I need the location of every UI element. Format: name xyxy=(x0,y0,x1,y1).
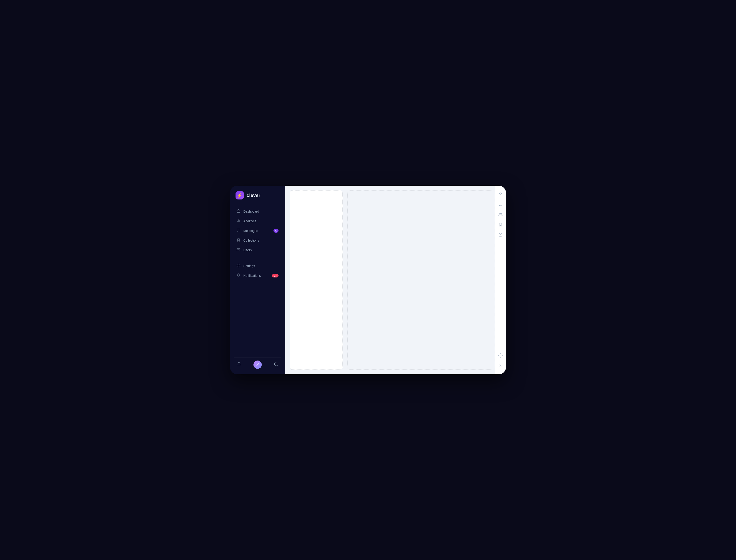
settings-icon xyxy=(237,264,241,268)
device-frame: ⚡ clever Dashboard Analitycs xyxy=(230,186,506,374)
rail-profile-icon[interactable] xyxy=(496,361,505,370)
rail-home-icon[interactable] xyxy=(496,190,505,199)
right-panel xyxy=(347,190,495,370)
svg-line-7 xyxy=(277,365,278,366)
sidebar-item-collections[interactable]: Collections xyxy=(234,236,281,245)
svg-point-10 xyxy=(500,355,501,356)
analytics-icon xyxy=(237,219,241,223)
dashboard-label: Dashboard xyxy=(243,210,259,213)
svg-point-5 xyxy=(257,363,258,365)
users-icon xyxy=(237,248,241,252)
sidebar-item-analytics[interactable]: Analitycs xyxy=(234,216,281,226)
analytics-label: Analitycs xyxy=(243,219,256,223)
sidebar-item-settings[interactable]: Settings xyxy=(234,261,281,271)
rail-settings-icon[interactable] xyxy=(496,351,505,360)
users-label: Users xyxy=(243,248,252,252)
collections-icon xyxy=(237,238,241,243)
main-content xyxy=(285,186,506,374)
messages-badge: 6 xyxy=(274,229,279,233)
settings-label: Settings xyxy=(243,264,255,268)
user-avatar[interactable] xyxy=(254,361,262,369)
sidebar: ⚡ clever Dashboard Analitycs xyxy=(230,186,285,374)
sidebar-item-messages[interactable]: Messages 6 xyxy=(234,226,281,235)
sidebar-item-notifications[interactable]: Notifications 23 xyxy=(234,271,281,280)
collections-label: Collections xyxy=(243,239,259,242)
rail-bookmark-icon[interactable] xyxy=(496,221,505,229)
left-panel xyxy=(290,190,343,370)
svg-point-8 xyxy=(499,213,501,214)
logo-area: ⚡ clever xyxy=(234,191,281,199)
svg-point-3 xyxy=(237,248,239,249)
app-logo-icon: ⚡ xyxy=(236,191,244,199)
rail-chat-icon[interactable] xyxy=(496,200,505,209)
bottom-search-icon[interactable] xyxy=(273,361,280,369)
svg-point-11 xyxy=(500,364,501,365)
svg-point-6 xyxy=(275,363,277,365)
notifications-label: Notifications xyxy=(243,274,261,277)
notifications-badge: 23 xyxy=(272,274,279,277)
rail-clock-icon[interactable] xyxy=(496,231,505,239)
bottom-notifications-icon[interactable] xyxy=(236,361,243,369)
home-icon xyxy=(237,209,241,214)
sidebar-item-users[interactable]: Users xyxy=(234,245,281,255)
messages-label: Messages xyxy=(243,229,258,233)
nav-section: Dashboard Analitycs Messages 6 Colle xyxy=(234,207,281,358)
rail-users-icon[interactable] xyxy=(496,211,505,219)
messages-icon xyxy=(237,228,241,233)
right-icon-rail xyxy=(495,186,506,374)
bottom-bar xyxy=(234,358,281,369)
svg-point-4 xyxy=(238,265,239,266)
app-name: clever xyxy=(247,193,260,198)
notifications-icon xyxy=(237,273,241,278)
sidebar-item-dashboard[interactable]: Dashboard xyxy=(234,207,281,216)
